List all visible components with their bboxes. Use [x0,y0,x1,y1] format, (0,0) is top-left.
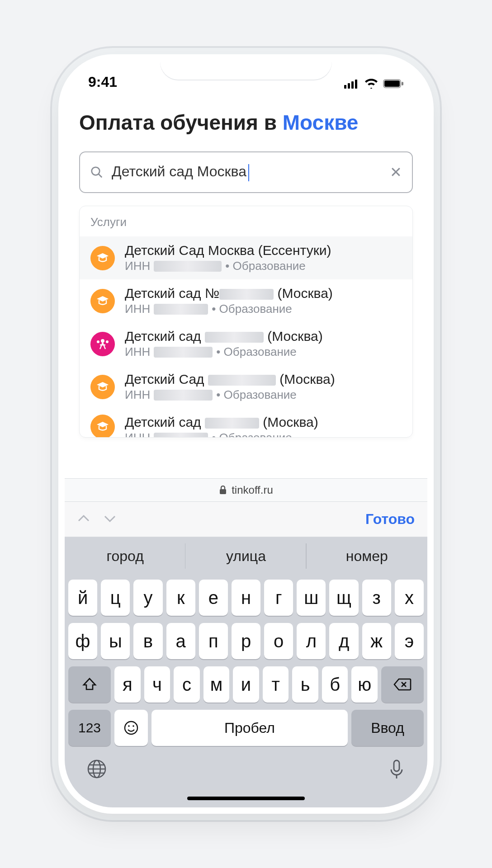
dropdown-section-label: Услуги [80,206,412,236]
key-о[interactable]: о [264,623,293,659]
page-title-city[interactable]: Москве [283,111,359,134]
suggestion-2[interactable]: улица [185,537,306,575]
key-г[interactable]: г [264,580,293,616]
svg-point-16 [128,725,130,727]
device-notch [160,54,332,80]
dropdown-item-text: Детский Сад Москва (Ессентуки)ИНН• Образ… [125,243,402,273]
dropdown-item-subtitle: ИНН• Образование [125,259,402,273]
key-д[interactable]: д [329,623,358,659]
key-я[interactable]: я [114,666,141,703]
dropdown-item-text: Детский сад (Москва)ИНН• Образование [125,329,402,359]
search-field-wrap[interactable]: Детский сад Москва ✕ [79,151,413,193]
key-ф[interactable]: ф [68,623,97,659]
text-caret [248,164,249,181]
dropdown-item[interactable]: Детский Сад (Москва)ИНН• Образование [80,365,412,408]
wifi-icon [364,79,378,90]
battery-icon [383,79,404,90]
key-ь[interactable]: ь [292,666,318,703]
key-space[interactable]: Пробел [151,710,348,746]
key-щ[interactable]: щ [329,580,358,616]
key-у[interactable]: у [133,580,162,616]
key-р[interactable]: р [232,623,260,659]
keyboard-toolbar: Готово [65,502,427,537]
key-с[interactable]: с [174,666,200,703]
dropdown-item-title: Детский сад № (Москва) [125,286,402,301]
education-icon [90,415,115,437]
svg-line-8 [99,174,102,178]
key-й[interactable]: й [68,580,97,616]
dropdown-item[interactable]: Детский сад № (Москва)ИНН• Образование [80,279,412,322]
browser-url-bar[interactable]: tinkoff.ru [65,478,427,502]
keyboard-done-button[interactable]: Готово [365,511,415,528]
svg-rect-0 [344,85,346,89]
status-time: 9:41 [88,74,117,90]
education-icon [90,289,115,313]
dropdown-item-title: Детский сад (Москва) [125,329,402,344]
home-indicator[interactable] [187,797,305,800]
key-з[interactable]: з [362,580,391,616]
page-title: Оплата обучения в Москве [79,110,413,135]
svg-point-11 [106,340,109,343]
suggestion-3[interactable]: номер [307,537,427,575]
key-е[interactable]: е [199,580,228,616]
form-nav-arrows [77,514,116,525]
search-input[interactable]: Детский сад Москва [112,163,382,181]
suggestion-1[interactable]: город [65,537,185,575]
svg-point-17 [132,725,134,727]
svg-rect-12 [220,489,226,494]
dropdown-item-title: Детский Сад Москва (Ессентуки) [125,243,402,258]
url-domain: tinkoff.ru [232,484,273,496]
key-б[interactable]: б [322,666,348,703]
key-numbers[interactable]: 123 [68,710,111,746]
key-ж[interactable]: ж [362,623,391,659]
key-э[interactable]: э [395,623,424,659]
svg-point-15 [125,722,137,734]
globe-icon[interactable] [86,759,107,781]
key-х[interactable]: х [395,580,424,616]
keyboard-suggestions-row: город улица номер [65,537,427,575]
next-field-button[interactable] [104,514,116,525]
key-ц[interactable]: ц [101,580,130,616]
key-т[interactable]: т [263,666,289,703]
clear-search-button[interactable]: ✕ [390,164,402,181]
key-ы[interactable]: ы [101,623,130,659]
prev-field-button[interactable] [77,514,90,525]
key-м[interactable]: м [203,666,230,703]
dropdown-list[interactable]: Детский Сад Москва (Ессентуки)ИНН• Образ… [80,236,412,437]
keyboard: йцукенгшщзх фывапролджэ ячсмитьбю 123 Пр… [65,575,427,753]
page-content: Оплата обучения в Москве Детский сад Мос… [65,92,427,438]
key-п[interactable]: п [199,623,228,659]
dropdown-item-text: Детский сад (Москва)ИНН• Образование [125,415,402,437]
status-icons [344,79,404,90]
dropdown-item-subtitle: ИНН• Образование [125,302,402,316]
mic-icon[interactable] [388,759,406,782]
dropdown-item[interactable]: Детский сад (Москва)ИНН• Образование [80,408,412,437]
dropdown-item-subtitle: ИНН• Образование [125,431,402,437]
search-input-value: Детский сад Москва [112,163,246,179]
key-shift[interactable] [68,666,111,703]
phone-frame: 9:41 Оплата обучения в Москве [58,54,434,814]
dropdown-item[interactable]: Детский сад (Москва)ИНН• Образование [80,322,412,365]
key-н[interactable]: н [232,580,260,616]
education-icon [90,246,115,270]
key-л[interactable]: л [297,623,326,659]
key-в[interactable]: в [133,623,162,659]
key-к[interactable]: к [166,580,195,616]
svg-rect-1 [348,83,350,89]
page-title-prefix: Оплата обучения в [79,111,283,134]
key-ч[interactable]: ч [144,666,170,703]
svg-rect-3 [355,80,357,89]
svg-rect-23 [394,760,399,771]
key-enter[interactable]: Ввод [351,710,424,746]
key-ш[interactable]: ш [297,580,326,616]
dropdown-item-title: Детский Сад (Москва) [125,372,402,387]
key-ю[interactable]: ю [351,666,378,703]
svg-rect-6 [402,82,403,85]
dropdown-item[interactable]: Детский Сад Москва (Ессентуки)ИНН• Образ… [80,236,412,279]
key-а[interactable]: а [166,623,195,659]
key-backspace[interactable] [381,666,424,703]
key-emoji[interactable] [114,710,148,746]
dropdown-item-subtitle: ИНН• Образование [125,388,402,402]
dropdown-item-text: Детский сад № (Москва)ИНН• Образование [125,286,402,316]
key-и[interactable]: и [233,666,259,703]
